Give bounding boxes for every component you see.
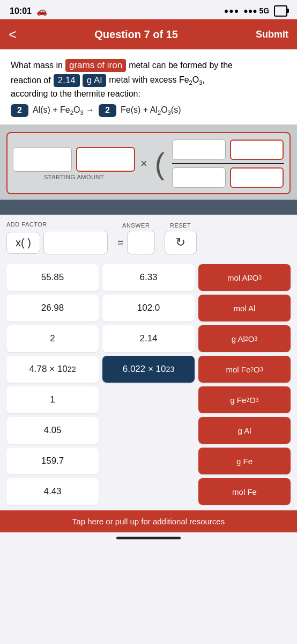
brace: ( bbox=[155, 149, 165, 179]
question-line-2: reaction of 2.14 g Al metal with excess … bbox=[11, 74, 286, 87]
status-icons: ●●● ●●● 5G bbox=[224, 5, 287, 17]
unit-button[interactable]: mol Fe2O3 bbox=[198, 356, 291, 383]
5g-label: ●●● 5G bbox=[243, 6, 269, 15]
paren-button[interactable]: x( ) bbox=[6, 232, 40, 254]
bottom-bar[interactable]: Tap here or pull up for additional resou… bbox=[0, 510, 297, 532]
number-button[interactable]: 159.7 bbox=[6, 448, 99, 474]
eq-coeff-2: 2 bbox=[99, 104, 116, 117]
calculation-area: STARTING AMOUNT × ( bbox=[0, 125, 297, 200]
number-grid: 55.856.33mol Al2O326.98102.0mol Al22.14g… bbox=[0, 262, 297, 510]
multiply-symbol: × bbox=[140, 157, 147, 171]
battery-icon bbox=[274, 5, 287, 17]
add-factor-label: ADD FACTOR bbox=[6, 221, 108, 228]
question-area: What mass in grams of iron metal can be … bbox=[0, 49, 297, 125]
factor-section: ADD FACTOR x( ) ANSWER = RESET ↺ bbox=[0, 215, 297, 262]
unit-button[interactable]: mol Fe bbox=[198, 478, 291, 505]
calc-box: STARTING AMOUNT × ( bbox=[6, 132, 291, 194]
status-bar: 10:01 🚗 ●●● ●●● 5G bbox=[0, 0, 297, 19]
unit-button[interactable]: mol Al2O3 bbox=[198, 264, 291, 291]
empty-cell bbox=[102, 448, 195, 474]
number-button[interactable]: 55.85 bbox=[6, 264, 99, 291]
question-line-3: according to the thermite reaction: bbox=[11, 89, 286, 99]
reaction-unit: g Al bbox=[83, 74, 106, 87]
empty-cell bbox=[102, 478, 195, 505]
reset-button[interactable]: ↺ bbox=[165, 231, 197, 254]
equals-sign: = bbox=[117, 237, 124, 249]
back-button[interactable]: < bbox=[9, 27, 17, 41]
add-factor-col: ADD FACTOR x( ) bbox=[6, 221, 108, 254]
eq-part-1: Al(s) + Fe2O3 → bbox=[33, 105, 94, 116]
car-icon: 🚗 bbox=[36, 6, 47, 16]
bottom-label: Tap here or pull up for additional resou… bbox=[72, 517, 225, 526]
unit-button[interactable]: g Fe bbox=[198, 448, 291, 474]
q-text-3: reaction of bbox=[11, 76, 51, 85]
number-button[interactable]: 2.14 bbox=[102, 325, 195, 352]
q-text-2: metal can be formed by the bbox=[129, 61, 233, 70]
fraction-top-1[interactable] bbox=[172, 140, 226, 160]
grams-of-iron-highlight: grams of iron bbox=[65, 59, 126, 72]
fraction-bot-2[interactable] bbox=[230, 167, 284, 188]
page-title: Question 7 of 15 bbox=[94, 28, 178, 41]
equation-row: 2 Al(s) + Fe2O3 → 2 Fe(s) + Al2O3(s) bbox=[11, 104, 286, 117]
number-button[interactable]: 4.05 bbox=[6, 417, 99, 444]
answer-box: = bbox=[117, 231, 155, 254]
reset-label: RESET bbox=[170, 222, 191, 229]
unit-button[interactable]: g Al bbox=[198, 417, 291, 444]
unit-button[interactable]: mol Al bbox=[198, 295, 291, 321]
fraction-bot-1[interactable] bbox=[172, 167, 226, 188]
q-text-4: metal with excess Fe2O3, bbox=[109, 75, 205, 86]
reset-col: RESET ↺ bbox=[165, 222, 197, 254]
reaction-value: 2.14 bbox=[54, 74, 80, 87]
home-bar bbox=[116, 537, 181, 539]
number-button[interactable]: 26.98 bbox=[6, 295, 99, 321]
factor-row: ADD FACTOR x( ) ANSWER = RESET ↺ bbox=[6, 221, 291, 254]
question-line-1: What mass in grams of iron metal can be … bbox=[11, 59, 286, 72]
starting-amount-input-2[interactable] bbox=[76, 147, 135, 172]
answer-col: ANSWER = bbox=[117, 222, 155, 254]
unit-button[interactable]: g Fe2O3 bbox=[198, 386, 291, 413]
starting-amount-input-1[interactable] bbox=[13, 147, 72, 172]
empty-cell bbox=[102, 417, 195, 444]
empty-cell bbox=[102, 386, 195, 413]
dark-separator bbox=[0, 200, 297, 215]
q-text-1: What mass in bbox=[11, 61, 63, 70]
reset-icon: ↺ bbox=[176, 236, 185, 250]
number-button[interactable]: 6.022 × 1023 bbox=[102, 356, 195, 383]
home-indicator bbox=[0, 532, 297, 543]
number-button[interactable]: 102.0 bbox=[102, 295, 195, 321]
number-button[interactable]: 2 bbox=[6, 325, 99, 352]
q-text-5: according to the thermite reaction: bbox=[11, 89, 140, 99]
number-button[interactable]: 4.78 × 1022 bbox=[6, 356, 99, 383]
number-button[interactable]: 6.33 bbox=[102, 264, 195, 291]
status-time: 10:01 🚗 bbox=[10, 6, 47, 16]
answer-input[interactable] bbox=[127, 231, 155, 254]
factor-input[interactable] bbox=[43, 231, 108, 254]
answer-label: ANSWER bbox=[122, 222, 150, 229]
eq-coeff-1: 2 bbox=[11, 104, 28, 117]
number-button[interactable]: 4.43 bbox=[6, 478, 99, 505]
unit-button[interactable]: g Al2O3 bbox=[198, 325, 291, 352]
signal-bars: ●●● bbox=[224, 6, 239, 15]
header: < Question 7 of 15 Submit bbox=[0, 19, 297, 49]
eq-part-2: Fe(s) + Al2O3(s) bbox=[121, 105, 181, 116]
fraction-line bbox=[172, 163, 284, 164]
number-button[interactable]: 1 bbox=[6, 386, 99, 413]
starting-amount-label: STARTING AMOUNT bbox=[13, 174, 135, 180]
fraction-top-2[interactable] bbox=[230, 140, 284, 160]
submit-button[interactable]: Submit bbox=[256, 29, 288, 40]
